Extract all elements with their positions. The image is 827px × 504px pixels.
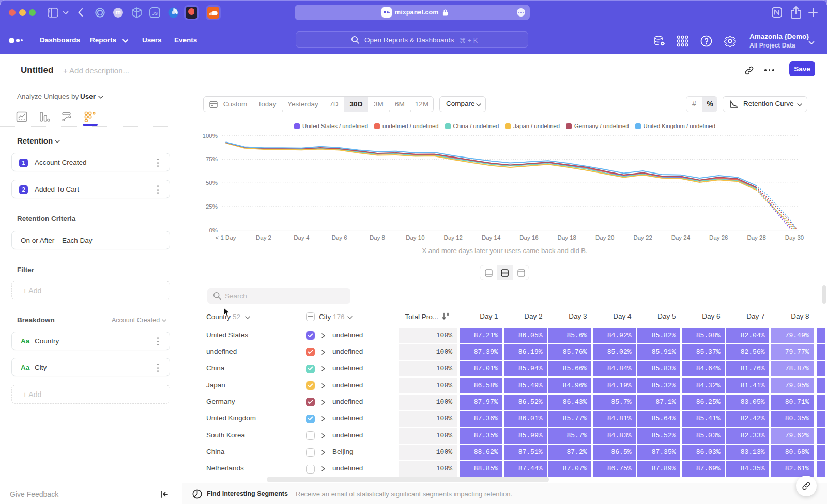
svg-text:75%: 75% bbox=[206, 156, 218, 162]
svg-text:Day 22: Day 22 bbox=[633, 234, 652, 241]
svg-text:Day 12: Day 12 bbox=[444, 234, 463, 241]
svg-text:25%: 25% bbox=[206, 203, 218, 210]
svg-text:Day 14: Day 14 bbox=[482, 234, 501, 241]
svg-text:Day 26: Day 26 bbox=[709, 234, 728, 241]
svg-text:JS: JS bbox=[152, 11, 158, 16]
svg-text:Day 10: Day 10 bbox=[406, 234, 424, 241]
svg-text:100%: 100% bbox=[203, 133, 218, 139]
svg-text:Day 30: Day 30 bbox=[785, 234, 804, 241]
svg-text:Day 6: Day 6 bbox=[332, 234, 347, 241]
svg-text:Day 28: Day 28 bbox=[747, 234, 765, 241]
svg-text:Day 16: Day 16 bbox=[519, 234, 538, 241]
svg-text:Day 2: Day 2 bbox=[256, 234, 271, 241]
svg-text:Day 4: Day 4 bbox=[294, 234, 310, 241]
svg-text:Day 8: Day 8 bbox=[370, 234, 385, 241]
svg-text:Day 20: Day 20 bbox=[595, 234, 614, 241]
svg-text:50%: 50% bbox=[206, 180, 218, 186]
svg-text:Day 24: Day 24 bbox=[671, 234, 691, 241]
svg-text:< 1 Day: < 1 Day bbox=[216, 234, 236, 241]
svg-text:Day 18: Day 18 bbox=[558, 234, 576, 241]
svg-text:0%: 0% bbox=[209, 227, 218, 233]
